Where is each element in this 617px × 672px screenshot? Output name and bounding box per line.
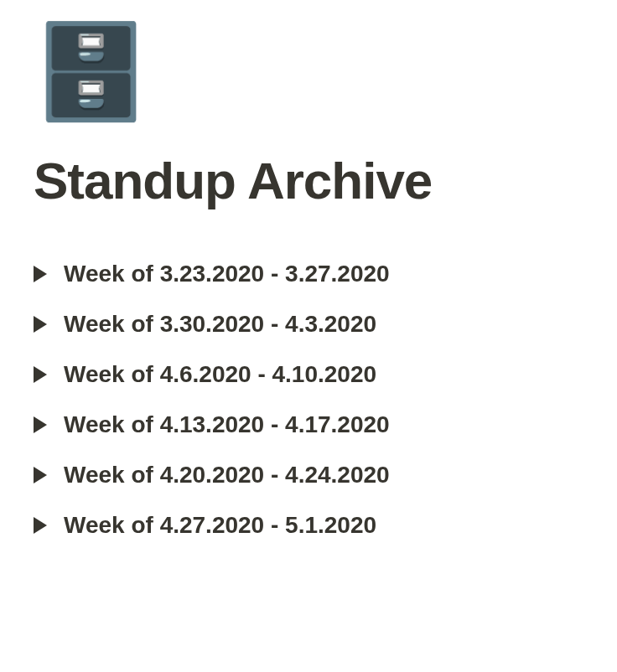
toggle-label: Week of 3.30.2020 - 4.3.2020 bbox=[64, 311, 376, 338]
toggle-week-4[interactable]: Week of 4.20.2020 - 4.24.2020 bbox=[34, 462, 583, 488]
toggle-label: Week of 4.20.2020 - 4.24.2020 bbox=[64, 462, 390, 488]
file-cabinet-icon: 🗄️ bbox=[34, 25, 148, 117]
toggle-label: Week of 4.6.2020 - 4.10.2020 bbox=[64, 361, 376, 388]
triangle-right-icon bbox=[34, 266, 47, 282]
triangle-right-icon bbox=[34, 467, 47, 483]
toggle-label: Week of 4.27.2020 - 5.1.2020 bbox=[64, 512, 376, 539]
toggle-label: Week of 4.13.2020 - 4.17.2020 bbox=[64, 411, 390, 438]
triangle-right-icon bbox=[34, 517, 47, 534]
toggle-label: Week of 3.23.2020 - 3.27.2020 bbox=[64, 261, 390, 287]
page-title: Standup Archive bbox=[34, 151, 583, 210]
toggle-week-5[interactable]: Week of 4.27.2020 - 5.1.2020 bbox=[34, 512, 583, 539]
toggle-list: Week of 3.23.2020 - 3.27.2020 Week of 3.… bbox=[34, 261, 583, 539]
triangle-right-icon bbox=[34, 316, 47, 333]
toggle-week-1[interactable]: Week of 3.30.2020 - 4.3.2020 bbox=[34, 311, 583, 338]
triangle-right-icon bbox=[34, 366, 47, 383]
toggle-week-2[interactable]: Week of 4.6.2020 - 4.10.2020 bbox=[34, 361, 583, 388]
triangle-right-icon bbox=[34, 416, 47, 433]
toggle-week-0[interactable]: Week of 3.23.2020 - 3.27.2020 bbox=[34, 261, 583, 287]
toggle-week-3[interactable]: Week of 4.13.2020 - 4.17.2020 bbox=[34, 411, 583, 438]
